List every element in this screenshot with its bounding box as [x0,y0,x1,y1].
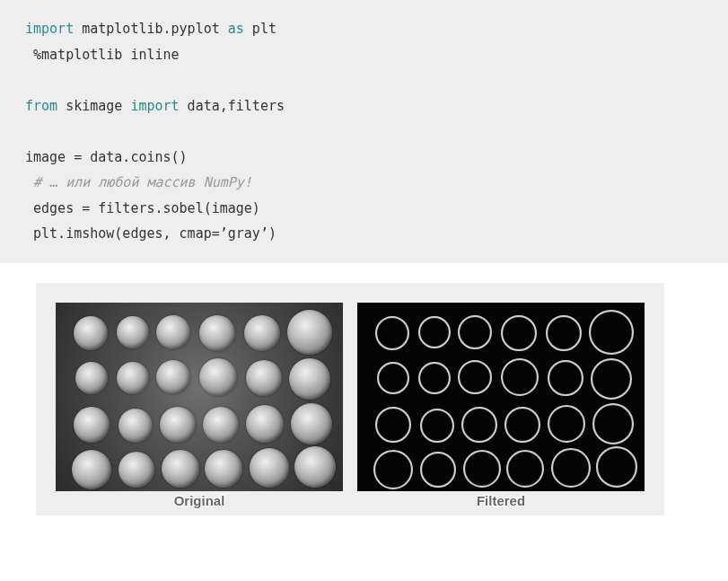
coin-edge [420,452,456,488]
coin [244,315,280,351]
filtered-image [357,303,645,491]
coin-edge [551,448,591,488]
code-text: plt.imshow(edges, cmap=’gray’) [25,225,276,242]
coin-edge [504,407,540,443]
coin [74,316,108,350]
figure-panel: Original Filtered [36,283,664,515]
coin-edge [375,316,409,350]
coin [246,360,282,396]
coin-edge [458,315,492,349]
coin-edge [461,407,497,443]
figure-original-column: Original [56,303,343,508]
coin-edge [420,409,454,443]
code-text: skimage [57,98,130,114]
coin-edge [548,405,585,443]
coin [118,452,154,488]
coin [156,315,190,349]
coin [203,407,239,443]
coin [75,362,108,394]
coin [246,405,284,443]
code-text: matplotlib.pyplot [74,21,228,37]
code-block: import matplotlib.pyplot as plt %matplot… [0,0,728,263]
coin [294,446,336,488]
coin-edge [592,403,634,445]
coin [74,407,110,443]
coin-edge [377,362,409,394]
coin [250,448,289,488]
coin [117,316,149,348]
coin [199,358,237,396]
code-text: data,filters [180,98,285,114]
code-text: %matplotlib inline [25,47,180,63]
code-keyword: from [25,98,57,114]
coin-edge [458,360,492,394]
coin [287,310,332,355]
coin [72,450,111,489]
coin [162,450,199,488]
coin-edge [373,450,413,489]
coin [289,358,330,400]
coin [291,403,332,445]
coin-edge [591,358,632,400]
figure-row: Original Filtered [56,303,645,508]
coin-edge [418,362,451,394]
coin [199,315,235,351]
coin-edge [548,360,583,396]
figure-filtered-column: Filtered [357,303,645,508]
coin [117,362,149,394]
code-comment: # … или любой массив NumPy! [25,174,252,190]
code-text: image = data.coins() [25,149,188,165]
coin-edge [589,310,634,355]
coin-edge [375,407,411,443]
coin-edge [418,316,451,348]
coin [160,407,196,443]
code-keyword: import [130,98,179,114]
coin-edge [501,358,539,396]
coin-edge [506,450,544,488]
coin-edge [546,315,582,351]
code-text: plt [244,21,276,37]
coin-edge [463,450,501,488]
code-keyword: as [228,21,244,37]
coin-edge [501,315,537,351]
coin-edge [596,446,637,488]
coin [205,450,242,488]
caption-filtered: Filtered [477,493,525,508]
code-keyword: import [25,21,74,37]
coin [118,409,153,443]
code-text: edges = filters.sobel(image) [25,200,260,216]
caption-original: Original [174,493,225,508]
original-image [56,303,343,491]
coin [156,360,190,394]
